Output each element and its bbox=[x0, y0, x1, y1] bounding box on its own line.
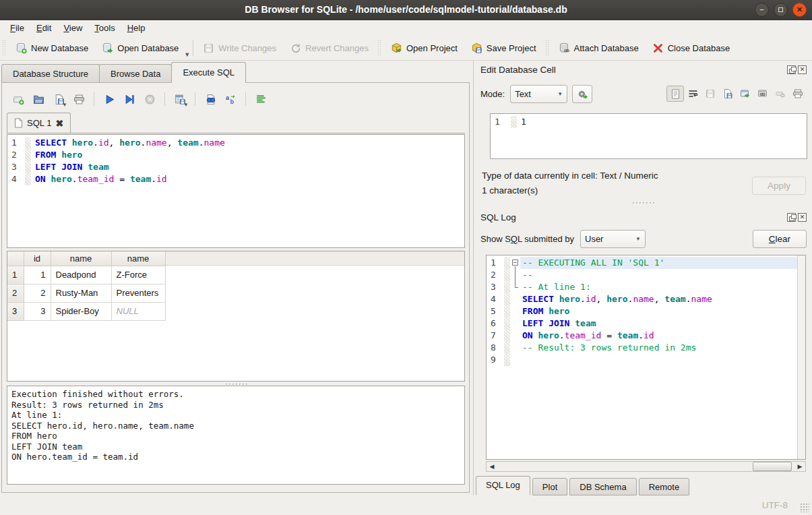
find-replace-button[interactable]: ab bbox=[222, 90, 239, 108]
corner-header[interactable] bbox=[7, 251, 24, 266]
toolbar-drag-handle[interactable] bbox=[377, 40, 382, 56]
gutter-hatch bbox=[511, 116, 517, 128]
save-sql-file-button[interactable]: ▼ bbox=[50, 90, 67, 108]
format-sql-button[interactable] bbox=[252, 90, 270, 108]
open-disabled-icon bbox=[705, 88, 716, 99]
close-panel-icon[interactable]: ✕ bbox=[798, 213, 807, 222]
open-in-app-button[interactable] bbox=[737, 86, 754, 102]
execution-message-area[interactable]: Execution finished without errors. Resul… bbox=[7, 386, 465, 485]
column-header-name[interactable]: name bbox=[51, 251, 111, 266]
table-row[interactable]: 3 3 Spider-Boy NULL bbox=[7, 302, 165, 320]
print-cell-button[interactable] bbox=[789, 86, 807, 102]
open-sql-file-button[interactable] bbox=[30, 90, 47, 108]
cell-name[interactable]: Deadpond bbox=[51, 266, 111, 284]
print-sql-button[interactable] bbox=[70, 90, 88, 108]
attach-database-button[interactable]: Attach Database bbox=[552, 38, 646, 58]
results-grid[interactable]: id name name 1 1 Deadpond Z-Force 2 2 Ru… bbox=[7, 251, 465, 382]
cell-name[interactable]: Rusty-Man bbox=[51, 284, 111, 302]
import-data-button[interactable] bbox=[572, 85, 592, 103]
tab-remote[interactable]: Remote bbox=[639, 478, 690, 495]
menu-file[interactable]: File bbox=[4, 22, 30, 34]
menu-tools[interactable]: Tools bbox=[88, 22, 121, 34]
cell-id[interactable]: 3 bbox=[24, 302, 51, 320]
apply-button: Apply bbox=[752, 177, 806, 195]
menu-help[interactable]: Help bbox=[121, 22, 152, 34]
execute-current-line-button[interactable] bbox=[121, 90, 138, 108]
open-project-button[interactable]: Open Project bbox=[384, 38, 464, 58]
word-wrap-button[interactable] bbox=[684, 86, 701, 102]
find-button[interactable] bbox=[201, 90, 219, 108]
new-sql-tab-button[interactable] bbox=[9, 90, 27, 108]
cell-id[interactable]: 2 bbox=[24, 284, 51, 302]
row-header[interactable]: 2 bbox=[7, 284, 24, 302]
cell-char-count: 1 character(s) bbox=[482, 183, 658, 198]
column-header-name2[interactable]: name bbox=[111, 251, 165, 266]
table-row[interactable]: 2 2 Rusty-Man Preventers bbox=[7, 284, 165, 302]
sql-tab-1[interactable]: SQL 1 ✖ bbox=[7, 113, 71, 133]
close-database-button[interactable]: Close Database bbox=[646, 38, 737, 58]
scrollbar-thumb[interactable] bbox=[753, 462, 792, 471]
row-header[interactable]: 3 bbox=[7, 302, 24, 320]
save-results-button[interactable]: ▼ bbox=[171, 90, 189, 108]
fold-collapse-icon[interactable]: – bbox=[512, 260, 518, 266]
sql-log-editor[interactable]: 1 – -- EXECUTING ALL IN 'SQL 1' 2-- 3-- … bbox=[486, 255, 806, 460]
row-header[interactable]: 1 bbox=[7, 266, 24, 284]
tab-sql-log[interactable]: SQL Log bbox=[476, 476, 530, 495]
menu-view[interactable]: View bbox=[57, 22, 88, 34]
cell-value-editor[interactable]: 1 1 bbox=[490, 113, 807, 159]
save-project-button[interactable]: Save Project bbox=[464, 38, 543, 58]
line-number: 2 bbox=[487, 269, 504, 281]
resize-grip[interactable] bbox=[800, 503, 809, 512]
scroll-right-icon[interactable]: ▶ bbox=[794, 462, 805, 471]
vertical-scrollbar[interactable] bbox=[797, 255, 805, 459]
sql-document-icon bbox=[14, 118, 23, 128]
cell-team[interactable]: Preventers bbox=[111, 284, 165, 302]
tab-db-schema[interactable]: DB Schema bbox=[569, 478, 636, 495]
execute-sql-button[interactable] bbox=[100, 90, 118, 108]
toolbar-drag-handle[interactable] bbox=[2, 40, 7, 56]
line-number: 3 bbox=[487, 281, 504, 293]
tab-execute-sql[interactable]: Execute SQL bbox=[171, 62, 246, 83]
mode-select[interactable]: Text ▼ bbox=[510, 85, 567, 103]
text-mode-button[interactable] bbox=[666, 86, 684, 102]
open-database-dropdown-arrow[interactable]: ▼ bbox=[184, 51, 190, 60]
minimize-button[interactable]: – bbox=[755, 3, 769, 17]
titlebar[interactable]: DB Browser for SQLite - /home/user/code/… bbox=[0, 0, 812, 20]
tab-plot[interactable]: Plot bbox=[532, 478, 567, 495]
scroll-left-icon[interactable]: ◀ bbox=[487, 462, 497, 471]
cell-id[interactable]: 1 bbox=[24, 266, 51, 284]
toolbar-drag-handle[interactable] bbox=[545, 40, 550, 56]
float-panel-icon[interactable] bbox=[787, 213, 796, 222]
cell-name[interactable]: Spider-Boy bbox=[51, 302, 111, 320]
menu-edit[interactable]: Edit bbox=[30, 22, 57, 34]
maximize-button[interactable] bbox=[774, 3, 788, 17]
save-results-dropdown-arrow[interactable]: ▼ bbox=[183, 102, 189, 108]
new-database-button[interactable]: New Database bbox=[9, 38, 95, 58]
submitter-select[interactable]: User ▼ bbox=[580, 230, 646, 248]
scrollbar-track[interactable] bbox=[497, 462, 794, 471]
mode-label: Mode: bbox=[480, 89, 505, 99]
splitter-handle[interactable] bbox=[631, 201, 654, 204]
export-cell-button[interactable] bbox=[719, 86, 737, 102]
close-button[interactable]: ✕ bbox=[792, 3, 807, 17]
log-line: 5FROM hero bbox=[487, 305, 797, 317]
clear-button[interactable]: Clear bbox=[753, 230, 807, 248]
tab-browse-data[interactable]: Browse Data bbox=[99, 64, 172, 83]
horizontal-scrollbar[interactable]: ◀ ▶ bbox=[486, 461, 806, 472]
close-panel-icon[interactable]: ✕ bbox=[798, 65, 807, 74]
cell-team[interactable]: Z-Force bbox=[111, 266, 165, 284]
sql-editor-line: 1SELECT hero.id, hero.name, team.name bbox=[7, 137, 464, 149]
cell-team-null[interactable]: NULL bbox=[111, 302, 165, 320]
sql-editor[interactable]: 1SELECT hero.id, hero.name, team.name 2F… bbox=[7, 134, 465, 248]
copy-link-button[interactable] bbox=[754, 86, 772, 102]
open-database-button[interactable]: Open Database bbox=[95, 38, 185, 58]
sql-tab-close-icon[interactable]: ✖ bbox=[55, 118, 63, 129]
write-changes-label: Write Changes bbox=[218, 43, 276, 53]
float-panel-icon[interactable] bbox=[787, 65, 796, 74]
tab-database-structure[interactable]: Database Structure bbox=[1, 64, 100, 83]
close-database-label: Close Database bbox=[668, 43, 730, 53]
fold-margin[interactable]: – bbox=[510, 257, 520, 269]
table-row[interactable]: 1 1 Deadpond Z-Force bbox=[7, 266, 165, 284]
save-dropdown-arrow[interactable]: ▼ bbox=[62, 102, 67, 108]
column-header-id[interactable]: id bbox=[24, 251, 51, 266]
